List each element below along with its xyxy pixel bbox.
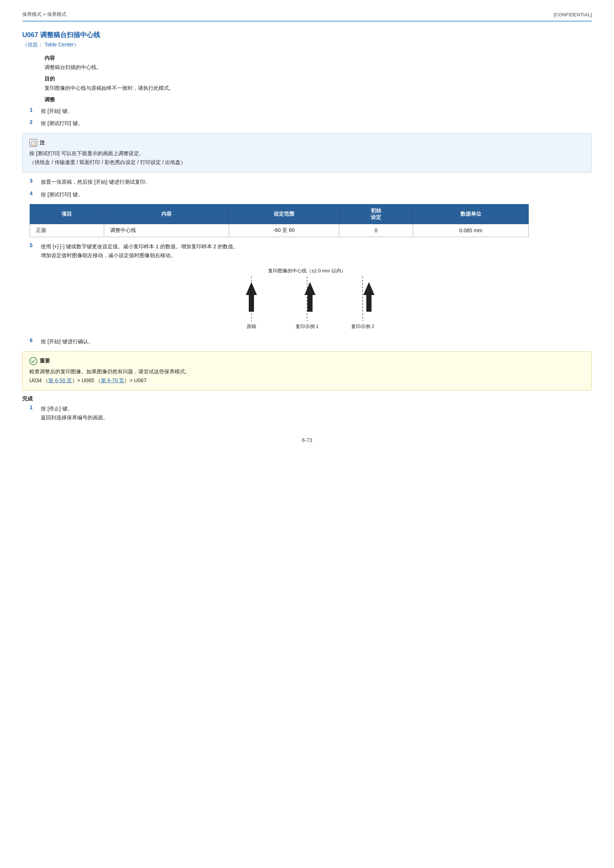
content-text: 调整稿台扫描的中心线。 [45,63,592,72]
section-title: U067 调整稿台扫描中心线 [22,30,592,39]
diagram-example1: 复印示例 1 [290,277,324,330]
step-5: 5 使用 [+] [-] 键或数字键更改设定值。减小复印样本 1 的数值。增加复… [29,242,592,260]
finish-step-1-text: 按 [停止] 键。 [41,404,108,414]
top-bar: 保养模式 > 保养模式 [CONFIDENTIAL] [22,11,592,22]
step-1-text: 按 [开始] 键。 [41,107,73,116]
purpose-text: 复印图像的中心线与原稿始终不一致时，请执行此模式。 [45,84,592,93]
step-6: 6 按 [开始] 键进行确认。 [29,338,592,346]
table-header-unit: 数据单位 [413,204,529,224]
note-header: 📋 注 [29,139,585,147]
step-5-text2: 增加设定值时图像朝左移动，减小设定值时图像朝右移动。 [41,251,239,260]
important-box: 重要 检查调整后的复印图像。如果图像仍然有问题，请尝试这些保养模式。 U034 … [22,352,592,391]
important-header: 重要 [29,357,585,365]
finish-step-1: 1 按 [停止] 键。 返回到选择保养编号的画面。 [29,404,592,422]
step-3-text: 放置一张原稿，然后按 [开始] 键进行测试复印。 [41,178,150,187]
diagram-caption-example2: 复印示例 2 [351,323,374,330]
diagram-caption-example1: 复印示例 1 [296,323,319,330]
diagram-svg-example2 [346,277,379,321]
table-cell-unit: 0.085 mm [413,224,529,237]
table-cell-range: -60 至 60 [229,224,339,237]
step-1-num: 1 [29,107,41,113]
important-icon [29,357,37,365]
page-number: 6-73 [22,437,592,443]
adjust-heading: 调整 [45,96,592,103]
content-heading: 内容 [45,55,592,62]
step-2: 2 按 [测试打印] 键。 [29,119,592,128]
note-box: 📋 注 按 [测试打印] 可以在下面显示的画面上调整设定。 （供纸盒 / 传输速… [22,133,592,173]
note-text1: 按 [测试打印] 可以在下面显示的画面上调整设定。 [29,149,585,158]
diagram-example2: 复印示例 2 [346,277,379,330]
svg-point-8 [29,357,37,365]
step-5-text1: 使用 [+] [-] 键或数字键更改设定值。减小复印样本 1 的数值。增加复印样… [41,242,239,251]
link-page-6-50[interactable]: 第 6-50 页 [48,377,72,383]
step-2-num: 2 [29,119,41,125]
step-3-num: 3 [29,178,41,184]
step-4-num: 4 [29,190,41,196]
table-wrapper: 项目 内容 设定范围 初始设定 数据单位 正面 调整中心线 -60 至 60 0… [29,204,585,237]
important-label: 重要 [40,358,50,364]
note-label: 注 [40,140,45,146]
diagram-area: 复印图像的中心线（±2.0 mm 以内） 原稿 [22,268,592,330]
diagram-svg-original [235,277,268,321]
finish-heading: 完成 [22,395,592,402]
content-block: 内容 调整稿台扫描的中心线。 目的 复印图像的中心线与原稿始终不一致时，请执行此… [45,55,592,103]
step-4: 4 按 [测试打印] 键。 [29,190,592,199]
step-6-text: 按 [开始] 键进行确认。 [41,338,93,346]
step-3: 3 放置一张原稿，然后按 [开始] 键进行测试复印。 [29,178,592,187]
step-1: 1 按 [开始] 键。 [29,107,592,116]
finish-step-1-num: 1 [29,404,41,411]
svg-marker-5 [304,282,316,312]
info-line: （信息： Table Center） [22,42,592,48]
diagram-images: 原稿 复印示例 1 复印示例 2 [22,277,592,330]
diagram-title: 复印图像的中心线（±2.0 mm 以内） [22,268,592,274]
step-4-text: 按 [测试打印] 键。 [41,190,83,199]
confidential-label: [CONFIDENTIAL] [554,12,592,17]
note-icon: 📋 [29,139,37,147]
settings-table: 项目 内容 设定范围 初始设定 数据单位 正面 调整中心线 -60 至 60 0… [29,204,529,237]
table-cell-content: 调整中心线 [104,224,229,237]
diagram-caption-original: 原稿 [247,323,256,330]
table-header-range: 设定范围 [229,204,339,224]
important-text1: 检查调整后的复印图像。如果图像仍然有问题，请尝试这些保养模式。 [29,367,585,376]
step-2-text: 按 [测试打印] 键。 [41,119,83,128]
breadcrumb: 保养模式 > 保养模式 [22,11,67,18]
step-6-num: 6 [29,338,41,343]
svg-marker-7 [363,282,374,312]
table-cell-initial: 0 [339,224,413,237]
diagram-svg-example1 [290,277,324,321]
svg-text:📋: 📋 [30,140,37,146]
table-header-content: 内容 [104,204,229,224]
purpose-heading: 目的 [45,76,592,82]
table-header-item: 项目 [30,204,104,224]
link-page-6-70[interactable]: 第 6-70 页 [101,377,125,383]
step-5-num: 5 [29,242,41,248]
note-text2: （供纸盒 / 传输速度 / 双面打印 / 彩色黑白设定 / 打印设定 / 出纸盘… [29,158,585,167]
svg-marker-3 [246,282,257,312]
diagram-original: 原稿 [235,277,268,330]
important-text2: U034 （第 6-50 页）> U065 （第 6-70 页）> U067 [29,376,585,385]
table-row: 正面 调整中心线 -60 至 60 0 0.085 mm [30,224,529,237]
finish-step-1-sub: 返回到选择保养编号的画面。 [41,414,108,422]
table-header-initial: 初始设定 [339,204,413,224]
table-cell-item: 正面 [30,224,104,237]
